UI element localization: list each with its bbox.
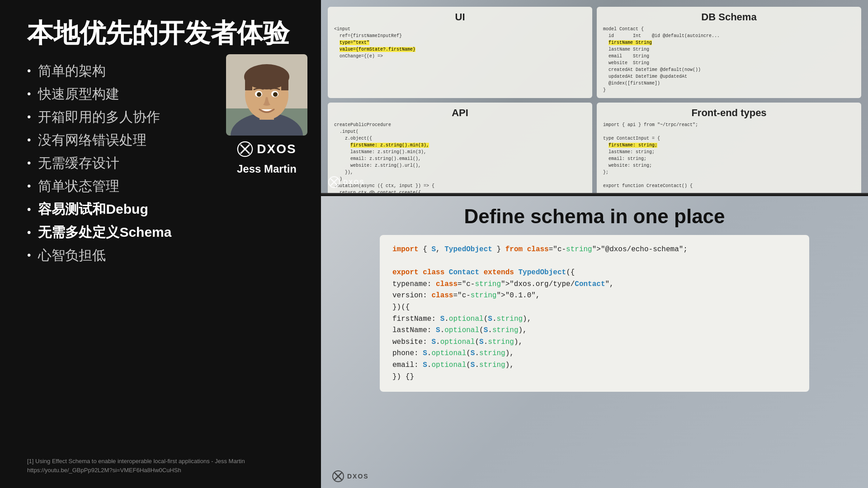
dxos-watermark-text-bottom: DXOS xyxy=(347,473,369,480)
schema-code-box: import { S, TypedObject } from class="c-… xyxy=(380,235,809,392)
api-title: API xyxy=(334,107,586,119)
bullet-dot: • xyxy=(27,180,31,192)
ui-title: UI xyxy=(334,11,586,23)
bullet-item: •容易测试和Debug xyxy=(27,200,298,219)
bullet-dot: • xyxy=(27,226,31,239)
dxos-watermark-top: DXOS xyxy=(328,176,365,188)
svg-point-11 xyxy=(257,92,261,97)
dxos-x-icon xyxy=(237,141,253,157)
bullet-text: 无需缓存设计 xyxy=(38,154,119,173)
avatar xyxy=(226,54,307,136)
bullet-text: 无需多处定义Schema xyxy=(38,223,171,242)
code-line: website: S.optional(S.string), xyxy=(392,337,797,348)
bullet-text: 快速原型构建 xyxy=(38,85,119,103)
presenter-name: Jess Martin xyxy=(237,163,297,175)
bullet-dot: • xyxy=(27,134,31,146)
code-line xyxy=(392,256,797,267)
bullet-text: 心智负担低 xyxy=(38,246,106,265)
db-schema-section: DB Schema model Contact { id Int @id @de… xyxy=(597,7,861,98)
dxos-watermark-bottom: DXOS xyxy=(332,470,369,483)
bullet-dot: • xyxy=(27,249,31,262)
frontend-types-section: Front-end types import { api } from "~/t… xyxy=(597,103,861,194)
bullet-text: 开箱即用的多人协作 xyxy=(38,108,160,127)
schema-title: Define schema in one place xyxy=(464,205,725,228)
code-line: export class Contact extends TypedObject… xyxy=(392,267,797,279)
svg-rect-8 xyxy=(281,77,288,90)
svg-rect-7 xyxy=(245,77,252,90)
dxos-logo-presenter: DXOS xyxy=(237,141,296,157)
bullet-text: 简单状态管理 xyxy=(38,177,119,196)
bullet-text: 容易测试和Debug xyxy=(38,200,148,219)
left-panel: 本地优先的开发者体验 •简单的架构•快速原型构建•开箱即用的多人协作•没有网络错… xyxy=(0,0,321,488)
presenter-section: DXOS Jess Martin xyxy=(226,54,307,175)
right-panel: UI <input ref={firstNameInputRef} type="… xyxy=(321,0,868,488)
code-line: firstName: S.optional(S.string), xyxy=(392,314,797,325)
code-line: version: class="c-string">"0.1.0", xyxy=(392,290,797,302)
bullet-dot: • xyxy=(27,203,31,216)
bullet-text: 没有网络错误处理 xyxy=(38,131,146,150)
bullet-dot: • xyxy=(27,88,31,100)
code-line: lastName: S.optional(S.string), xyxy=(392,325,797,337)
api-code: createPublicProcedure .input( z.object({… xyxy=(334,122,586,194)
db-title: DB Schema xyxy=(603,11,855,23)
svg-point-12 xyxy=(273,92,278,97)
bullet-dot: • xyxy=(27,111,31,123)
bullet-item: •心智负担低 xyxy=(27,246,298,265)
frontend-code: import { api } from "~/trpc/react"; type… xyxy=(603,122,855,189)
db-code: model Contact { id Int @id @default(auto… xyxy=(603,26,855,94)
code-line: })({ xyxy=(392,302,797,314)
schema-section: Define schema in one place import { S, T… xyxy=(321,196,868,488)
code-line: email: S.optional(S.string), xyxy=(392,360,797,371)
bullet-dot: • xyxy=(27,157,31,169)
frontend-title: Front-end types xyxy=(603,107,855,119)
bullet-item: •无需多处定义Schema xyxy=(27,223,298,242)
main-title: 本地优先的开发者体验 xyxy=(27,18,298,48)
code-line: }) {} xyxy=(392,371,797,383)
dxos-watermark-icon-bottom xyxy=(332,470,344,483)
dxos-watermark-icon-top xyxy=(328,176,340,188)
ui-section: UI <input ref={firstNameInputRef} type="… xyxy=(328,7,592,98)
bullet-dot: • xyxy=(27,65,31,77)
footnote: [1] Using Effect Schema to enable intero… xyxy=(27,457,298,474)
architecture-diagram: UI <input ref={firstNameInputRef} type="… xyxy=(321,0,868,194)
api-section: API createPublicProcedure .input( z.obje… xyxy=(328,103,592,194)
bullet-text: 简单的架构 xyxy=(38,62,106,80)
code-line: phone: S.optional(S.string), xyxy=(392,348,797,360)
code-line: typename: class="c-string">"dxos.org/typ… xyxy=(392,279,797,291)
dxos-watermark-text-top: DXOS xyxy=(343,178,365,186)
bullet-item: •简单状态管理 xyxy=(27,177,298,196)
ui-code: <input ref={firstNameInputRef} type="tex… xyxy=(334,26,586,60)
dxos-brand-label: DXOS xyxy=(257,142,296,156)
code-line: import { S, TypedObject } from class="c-… xyxy=(392,244,797,256)
